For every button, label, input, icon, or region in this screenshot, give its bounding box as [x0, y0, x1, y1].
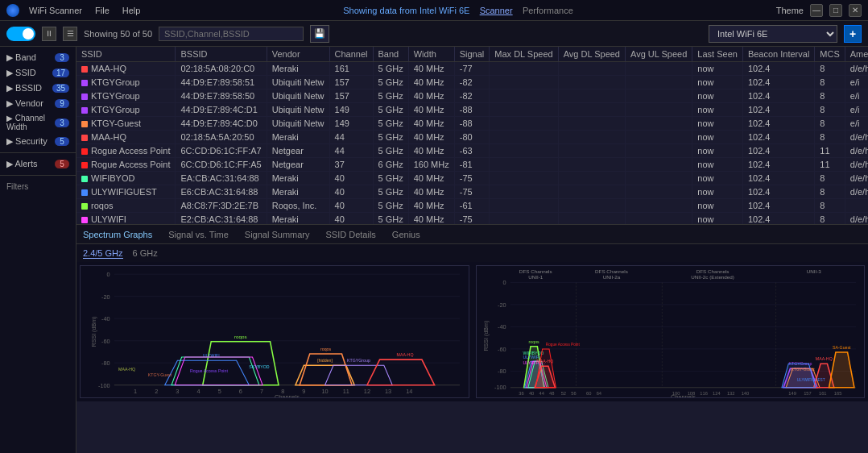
table-row[interactable]: ULYWIFIGUESTE6:CB:AC:31:64:88Meraki405 G…	[76, 185, 868, 199]
table-row[interactable]: KTGYGroup44:D9:E7:89:4C:D1Ubiquiti Netw1…	[76, 103, 868, 117]
cell-vendor: Netgear	[267, 144, 329, 158]
sidebar-item-channelwidth[interactable]: ▶ Channel Width 3	[0, 111, 76, 134]
sidebar-item-band[interactable]: ▶ Band 3	[0, 50, 76, 65]
table-row[interactable]: Rogue Access Point6C:CD:D6:1C:FF:A7Netge…	[76, 144, 868, 158]
table-row[interactable]: MAA-HQ02:18:5A:08:20:C0Meraki1615 GHz40 …	[76, 62, 868, 76]
cell-mcs: 8	[815, 199, 845, 213]
sidebar-item-alerts[interactable]: ▶ Alerts 5	[0, 156, 76, 172]
svg-text:165: 165	[833, 391, 841, 396]
cell-lastseen: now	[692, 131, 743, 144]
svg-text:-20: -20	[101, 293, 110, 301]
cell-vendor: Ubiquiti Netw	[267, 117, 329, 131]
cell-maxdlspeed	[490, 144, 558, 158]
close-button[interactable]: ✕	[849, 4, 862, 17]
pause-icon[interactable]: ⏸	[42, 27, 56, 41]
svg-text:-60: -60	[101, 338, 110, 345]
add-adapter-button[interactable]: +	[844, 25, 862, 43]
cell-maxdlspeed	[490, 185, 558, 199]
cell-avgdlspeed	[558, 117, 625, 131]
svg-text:116: 116	[700, 391, 708, 396]
titlebar-menu: WiFi Scanner File Help	[29, 6, 140, 15]
subtab-6ghz[interactable]: 6 GHz	[133, 248, 158, 258]
cell-signal: -75	[454, 185, 490, 199]
subtab-2-4-5ghz[interactable]: 2.4/5 GHz	[83, 248, 123, 259]
col-amendments[interactable]: Amendments	[845, 47, 868, 62]
tab-performance[interactable]: Performance	[523, 6, 573, 15]
search-input[interactable]	[159, 27, 304, 41]
cell-mcs: 8	[815, 89, 845, 103]
tab-genius[interactable]: Genius	[392, 230, 420, 239]
graphs-container: 0 -20 -40 -60 -80 -100 RSSI (dBm) 1 2 3	[76, 262, 868, 401]
cell-vendor: Ubiquiti Netw	[267, 76, 329, 89]
cell-beaconinterval: 102.4	[742, 213, 814, 225]
col-beacon[interactable]: Beacon Interval	[742, 47, 814, 62]
svg-text:roqos: roqos	[320, 347, 331, 351]
cell-vendor: Roqos, Inc.	[267, 199, 329, 213]
col-channel[interactable]: Channel	[329, 47, 373, 62]
tab-spectrum-graphs[interactable]: Spectrum Graphs	[83, 230, 152, 239]
col-mcs[interactable]: MCS	[815, 47, 845, 62]
sidebar-item-security[interactable]: ▶ Security 5	[0, 134, 76, 149]
sidebar-item-bssid[interactable]: ▶ BSSID 35	[0, 81, 76, 96]
cell-channel: 37	[329, 158, 373, 172]
svg-text:9: 9	[302, 388, 305, 395]
cell-bssid: 44:D9:E7:89:4C:D1	[176, 103, 267, 117]
col-band[interactable]: Band	[373, 47, 408, 62]
sidebar-filters-label: Filters	[0, 179, 76, 194]
cell-width: 40 MHz	[408, 62, 454, 76]
col-ssid[interactable]: SSID	[76, 47, 176, 62]
menu-wifi-scanner[interactable]: WiFi Scanner	[29, 6, 82, 15]
settings-icon[interactable]: ☰	[63, 27, 77, 41]
cell-bssid: 44:D9:E7:89:58:51	[176, 76, 267, 89]
table-row[interactable]: MAA-HQ02:18:5A:5A:20:50Meraki445 GHz40 M…	[76, 131, 868, 144]
menu-help[interactable]: Help	[122, 6, 141, 15]
tab-scanner[interactable]: Scanner	[480, 6, 513, 15]
cell-avgulspeed	[626, 199, 692, 213]
table-row[interactable]: Rogue Access Point6C:CD:D6:1C:FF:A5Netge…	[76, 158, 868, 172]
cell-maxdlspeed	[490, 131, 558, 144]
sidebar-item-vendor[interactable]: ▶ Vendor 9	[0, 96, 76, 111]
cell-ssid: roqos	[76, 199, 176, 213]
cell-avgdlspeed	[558, 199, 625, 213]
col-vendor[interactable]: Vendor	[267, 47, 329, 62]
tab-ssid-details[interactable]: SSID Details	[326, 230, 376, 239]
table-row[interactable]: WIFIBYODEA:CB:AC:31:64:88Meraki405 GHz40…	[76, 172, 868, 185]
col-max-dl[interactable]: Max DL Speed	[490, 47, 558, 62]
col-avg-ul[interactable]: Avg UL Speed	[626, 47, 692, 62]
svg-text:roqos: roqos	[528, 339, 539, 344]
save-button[interactable]: 💾	[310, 25, 329, 43]
adapter-select[interactable]: Intel WiFi 6E	[709, 25, 837, 43]
col-width[interactable]: Width	[408, 47, 454, 62]
maximize-button[interactable]: □	[829, 4, 842, 17]
col-bssid[interactable]: BSSID	[176, 47, 267, 62]
svg-text:0: 0	[502, 280, 506, 287]
table-row[interactable]: KTGY-Guest44:D9:E7:89:4C:D0Ubiquiti Netw…	[76, 117, 868, 131]
tab-signal-vs-time[interactable]: Signal vs. Time	[168, 230, 229, 239]
cell-signal: -77	[454, 62, 490, 76]
data-table-wrapper[interactable]: SSID BSSID Vendor Channel Band Width Sig…	[76, 47, 868, 224]
tab-signal-summary[interactable]: Signal Summary	[245, 230, 310, 239]
sidebar-label-band: ▶ Band	[6, 52, 36, 63]
col-avg-dl[interactable]: Avg DL Speed	[558, 47, 625, 62]
minimize-button[interactable]: —	[810, 4, 823, 17]
svg-text:KTGY-Guest: KTGY-Guest	[148, 372, 172, 377]
cell-width: 40 MHz	[408, 103, 454, 117]
cell-channel: 40	[329, 172, 373, 185]
cell-signal: -82	[454, 76, 490, 89]
scan-toggle[interactable]	[6, 27, 35, 41]
table-row[interactable]: roqosA8:C8:7F:3D:2E:7BRoqos, Inc.405 GHz…	[76, 199, 868, 213]
graph-right: DFS Channels UNII-1 DFS Channels UNII-2a…	[476, 265, 866, 398]
table-row[interactable]: KTGYGroup44:D9:E7:89:58:50Ubiquiti Netw1…	[76, 89, 868, 103]
svg-text:7: 7	[260, 388, 263, 395]
sidebar-item-ssid[interactable]: ▶ SSID 17	[0, 65, 76, 81]
svg-text:-100: -100	[494, 384, 506, 391]
graph-left: 0 -20 -40 -60 -80 -100 RSSI (dBm) 1 2 3	[80, 265, 469, 398]
col-signal[interactable]: Signal	[454, 47, 490, 62]
table-row[interactable]: KTGYGroup44:D9:E7:89:58:51Ubiquiti Netw1…	[76, 76, 868, 89]
col-last-seen[interactable]: Last Seen	[692, 47, 743, 62]
menu-file[interactable]: File	[95, 6, 110, 15]
svg-text:MAA-HQ: MAA-HQ	[815, 356, 832, 361]
cell-channel: 40	[329, 199, 373, 213]
table-row[interactable]: ULYWIFIE2:CB:AC:31:64:88Meraki405 GHz40 …	[76, 213, 868, 225]
cell-amendments: d/e/h/k/v	[845, 185, 868, 199]
